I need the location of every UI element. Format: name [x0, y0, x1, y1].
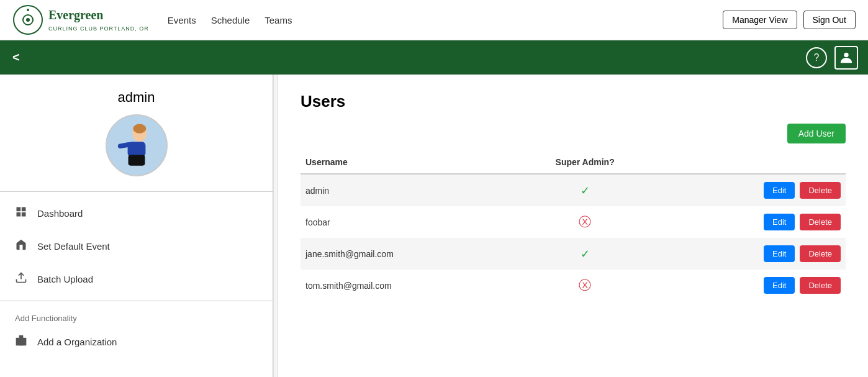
cell-super-admin: ⓧ	[511, 206, 659, 238]
table-header-row: Username Super Admin?	[301, 151, 846, 174]
sidebar-divider-2	[0, 301, 273, 301]
sidebar-item-batch-upload[interactable]: Batch Upload	[0, 263, 273, 296]
building-icon	[15, 334, 27, 350]
svg-point-4	[844, 52, 848, 57]
navbar-right: Manager View Sign Out	[723, 11, 856, 29]
sidebar-profile: admin	[0, 75, 273, 186]
page-title: Users	[301, 92, 846, 111]
sidebar-item-add-organization[interactable]: Add a Organization	[0, 325, 273, 358]
sign-out-button[interactable]: Sign Out	[803, 11, 856, 29]
svg-point-3	[27, 9, 29, 11]
upload-icon	[15, 271, 27, 287]
avatar	[106, 114, 168, 176]
nav-teams[interactable]: Teams	[264, 15, 292, 25]
green-bar: < ?	[0, 40, 868, 75]
svg-rect-13	[17, 212, 21, 217]
home-icon	[15, 238, 27, 254]
sidebar-item-set-default-event-label: Set Default Event	[37, 241, 110, 252]
dashboard-icon	[15, 206, 27, 221]
svg-rect-14	[22, 212, 26, 217]
svg-rect-12	[22, 207, 26, 212]
cell-super-admin: ✓	[511, 238, 659, 270]
cell-super-admin: ✓	[511, 174, 659, 206]
navbar: Evergreen CURLING CLUB PORTLAND, OR Even…	[0, 0, 868, 40]
delete-button[interactable]: Delete	[800, 245, 841, 262]
back-button[interactable]: <	[10, 48, 22, 67]
sidebar-item-dashboard[interactable]: Dashboard	[0, 197, 273, 230]
sidebar-item-batch-upload-label: Batch Upload	[37, 274, 93, 284]
cell-username: foobar	[301, 206, 511, 238]
sidebar-item-add-organization-label: Add a Organization	[37, 337, 117, 347]
person-icon	[839, 51, 853, 65]
sidebar-section-label: Add Functionality	[0, 306, 273, 325]
delete-button[interactable]: Delete	[800, 214, 841, 230]
cell-username: tom.smith@gmail.com	[301, 270, 511, 301]
green-bar-left: <	[10, 48, 22, 67]
cell-username: jane.smith@gmail.com	[301, 238, 511, 270]
svg-rect-10	[128, 155, 145, 165]
profile-name: admin	[118, 89, 155, 106]
table-row: foobarⓧ Edit Delete	[301, 206, 846, 238]
edit-button[interactable]: Edit	[764, 182, 795, 199]
nav-links: Events Schedule Teams	[168, 15, 292, 25]
avatar-image	[107, 114, 166, 176]
profile-button[interactable]	[834, 46, 858, 70]
content-area: Users Add User Username Super Admin? adm…	[278, 75, 868, 377]
x-circle-icon: ⓧ	[579, 278, 591, 292]
navbar-left: Evergreen CURLING CLUB PORTLAND, OR Even…	[12, 4, 292, 35]
scroll-divider	[273, 75, 278, 377]
sidebar-item-set-default-event[interactable]: Set Default Event	[0, 230, 273, 263]
table-row: tom.smith@gmail.comⓧ Edit Delete	[301, 270, 846, 301]
action-buttons: Edit Delete	[664, 182, 841, 199]
delete-button[interactable]: Delete	[800, 277, 841, 294]
svg-point-7	[133, 124, 146, 133]
sidebar-item-dashboard-label: Dashboard	[37, 208, 83, 219]
logo-icon	[12, 4, 43, 35]
manager-view-button[interactable]: Manager View	[723, 11, 797, 29]
cell-actions: Edit Delete	[659, 206, 846, 238]
action-buttons: Edit Delete	[664, 245, 841, 262]
x-circle-icon: ⓧ	[579, 215, 591, 229]
sidebar: admin	[0, 75, 273, 377]
col-actions	[659, 151, 846, 174]
action-buttons: Edit Delete	[664, 277, 841, 294]
check-icon: ✓	[581, 184, 590, 197]
delete-button[interactable]: Delete	[800, 182, 841, 199]
cell-super-admin: ⓧ	[511, 270, 659, 301]
check-icon: ✓	[581, 248, 590, 260]
users-table: Username Super Admin? admin✓ Edit Delete…	[301, 151, 846, 301]
edit-button[interactable]: Edit	[764, 214, 795, 230]
nav-events[interactable]: Events	[168, 15, 196, 25]
edit-button[interactable]: Edit	[764, 277, 795, 294]
table-row: jane.smith@gmail.com✓ Edit Delete	[301, 238, 846, 270]
logo-area: Evergreen CURLING CLUB PORTLAND, OR	[12, 4, 149, 35]
nav-schedule[interactable]: Schedule	[211, 15, 250, 25]
add-user-button[interactable]: Add User	[787, 124, 846, 143]
help-button[interactable]: ?	[806, 47, 827, 68]
cell-actions: Edit Delete	[659, 238, 846, 270]
edit-button[interactable]: Edit	[764, 245, 795, 262]
cell-actions: Edit Delete	[659, 174, 846, 206]
sidebar-divider	[0, 191, 273, 192]
green-bar-right: ?	[806, 46, 858, 70]
svg-point-2	[26, 18, 30, 22]
col-username: Username	[301, 151, 511, 174]
svg-rect-11	[17, 207, 21, 212]
content-toolbar: Add User	[301, 124, 846, 143]
cell-actions: Edit Delete	[659, 270, 846, 301]
main-layout: admin	[0, 75, 868, 377]
col-super-admin: Super Admin?	[511, 151, 659, 174]
action-buttons: Edit Delete	[664, 214, 841, 230]
cell-username: admin	[301, 174, 511, 206]
table-row: admin✓ Edit Delete	[301, 174, 846, 206]
logo-text: Evergreen CURLING CLUB PORTLAND, OR	[48, 8, 149, 32]
